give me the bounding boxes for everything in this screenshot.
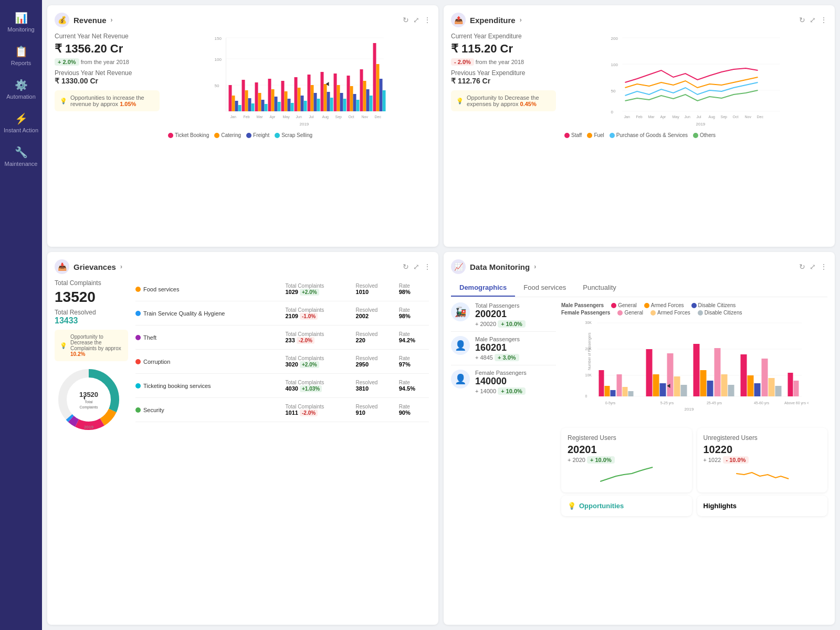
data-monitoring-expand-icon[interactable]: ⤢	[810, 262, 816, 271]
resolved-cell: Resolved 3810	[354, 377, 396, 394]
svg-rect-16	[255, 82, 258, 111]
tab-food-services[interactable]: Food services	[515, 279, 574, 297]
sidebar-label-monitoring: Monitoring	[7, 26, 34, 33]
svg-rect-118	[646, 349, 653, 396]
svg-text:Dec: Dec	[757, 115, 764, 119]
tab-demographics[interactable]: Demographics	[451, 279, 515, 297]
svg-rect-40	[334, 74, 337, 111]
unregistered-users-sparkline	[704, 463, 822, 484]
revenue-change: + 2.0% from the year 2018	[55, 59, 160, 65]
demographics-content: 🚂 Total Passengers 200201 + 20020 + 10.0…	[451, 302, 827, 516]
svg-rect-28	[295, 77, 298, 111]
grievances-header: 📥 Grievances › ↻ ⤢ ⋮	[55, 259, 431, 274]
revenue-prev-value: ₹ 1330.00 Cr	[55, 77, 160, 85]
expenditure-prev-value: ₹ 112.76 Cr	[451, 77, 556, 85]
svg-rect-128	[715, 348, 721, 396]
grievances-refresh-icon[interactable]: ↻	[403, 262, 409, 271]
passenger-stats: 🚂 Total Passengers 200201 + 20020 + 10.0…	[451, 302, 556, 516]
svg-text:2019: 2019	[300, 122, 309, 127]
svg-rect-26	[288, 99, 291, 111]
data-monitoring-title: 📈 Data Monitoring ›	[451, 259, 536, 274]
svg-rect-122	[674, 376, 680, 396]
female-passengers-label: Female Passengers	[475, 370, 527, 376]
grievances-table: Food services Total Complaints 1029 +2.0…	[133, 279, 431, 436]
data-monitoring-icon: 📈	[451, 259, 466, 274]
svg-rect-19	[265, 104, 268, 111]
svg-rect-52	[373, 43, 376, 111]
grievances-actions[interactable]: ↻ ⤢ ⋮	[403, 262, 431, 271]
female-passengers-change: + 14000 + 10.0%	[475, 388, 527, 394]
svg-text:Aug: Aug	[709, 115, 716, 119]
total-complaints-cell: Total Complaints 4030 +1.03%	[283, 377, 352, 394]
revenue-title: 💰 Revenue ›	[55, 13, 113, 27]
expenditure-change: - 2.0% from the year 2018	[451, 59, 556, 65]
grievances-content: Total Complaints 13520 Total Resolved 13…	[55, 279, 431, 436]
grievances-more-icon[interactable]: ⋮	[424, 262, 431, 271]
svg-text:Apr: Apr	[270, 115, 276, 119]
svg-rect-134	[762, 359, 768, 396]
resolved-cell: Resolved 2002	[354, 304, 396, 322]
svg-text:Jul: Jul	[697, 115, 701, 119]
expenditure-refresh-icon[interactable]: ↻	[799, 16, 805, 24]
svg-rect-29	[298, 88, 301, 111]
svg-rect-37	[324, 84, 327, 111]
svg-rect-42	[340, 93, 343, 111]
grievances-icon: 📥	[55, 259, 69, 274]
svg-rect-119	[653, 374, 659, 396]
svg-rect-46	[353, 94, 356, 111]
svg-text:Aug: Aug	[322, 115, 329, 119]
data-monitoring-more-icon[interactable]: ⋮	[820, 262, 827, 271]
sidebar-item-reports[interactable]: 📋 Reports	[0, 39, 42, 72]
svg-rect-10	[235, 101, 238, 111]
reports-icon: 📋	[15, 45, 28, 58]
rate-cell: Rate 90%	[397, 401, 430, 418]
expenditure-expand-icon[interactable]: ⤢	[810, 16, 816, 24]
revenue-more-icon[interactable]: ⋮	[424, 16, 431, 24]
expenditure-more-icon[interactable]: ⋮	[820, 16, 827, 24]
svg-rect-114	[611, 390, 616, 396]
male-passengers-pct: + 3.0%	[495, 354, 519, 361]
svg-text:May: May	[673, 115, 680, 119]
revenue-refresh-icon[interactable]: ↻	[403, 16, 409, 24]
svg-rect-51	[370, 96, 373, 111]
expenditure-actions[interactable]: ↻ ⤢ ⋮	[799, 16, 827, 24]
sidebar-item-monitoring[interactable]: 📊 Monitoring	[0, 5, 42, 39]
data-monitoring-actions[interactable]: ↻ ⤢ ⋮	[799, 262, 827, 271]
total-complaints-cell: Total Complaints 1029 +2.0%	[283, 280, 352, 298]
svg-rect-9	[232, 96, 235, 111]
sidebar-item-automation[interactable]: ⚙️ Automation	[0, 72, 42, 106]
revenue-expand-icon[interactable]: ⤢	[413, 16, 419, 24]
svg-text:5-25 yrs: 5-25 yrs	[660, 401, 674, 405]
expenditure-card: 📤 Expenditure › ↻ ⤢ ⋮ Current Year Expen…	[444, 5, 835, 247]
sidebar-item-instant-action[interactable]: ⚡ Instant Action	[0, 106, 42, 140]
svg-text:13520: 13520	[79, 391, 98, 398]
tab-punctuality[interactable]: Punctuality	[574, 279, 625, 297]
svg-rect-44	[347, 76, 350, 111]
expenditure-content: Current Year Expenditure ₹ 115.20 Cr - 2…	[451, 33, 827, 138]
svg-rect-130	[728, 385, 734, 396]
revenue-current-value: ₹ 1356.20 Cr	[55, 42, 160, 56]
chart-legend: Male Passengers General Armed Forces Dis…	[561, 302, 827, 316]
svg-rect-115	[617, 374, 622, 396]
revenue-opportunity: 💡 Opportunities to increase the revenue …	[55, 90, 160, 111]
svg-rect-13	[245, 90, 248, 111]
sidebar-item-maintenance[interactable]: 🔧 Maintenance	[0, 140, 42, 173]
svg-text:0-5yrs: 0-5yrs	[605, 401, 616, 405]
resolved-cell: Resolved 2950	[354, 353, 396, 370]
svg-text:2019: 2019	[696, 122, 706, 127]
svg-rect-48	[360, 69, 363, 111]
female-passengers-pct: + 10.0%	[498, 387, 526, 395]
data-monitoring-refresh-icon[interactable]: ↻	[799, 262, 805, 271]
female-passengers-icon: 👤	[451, 370, 470, 388]
expenditure-title: 📤 Expenditure ›	[451, 13, 522, 27]
svg-rect-43	[343, 99, 346, 111]
svg-rect-53	[376, 64, 380, 111]
grievances-card: 📥 Grievances › ↻ ⤢ ⋮ Total Complaints 13…	[47, 252, 438, 625]
svg-rect-39	[330, 98, 333, 111]
revenue-actions[interactable]: ↻ ⤢ ⋮	[403, 16, 431, 24]
resolved-cell: Resolved 1010	[354, 280, 396, 298]
male-passengers-value: 160201	[475, 342, 520, 353]
svg-rect-112	[599, 370, 604, 396]
grievances-expand-icon[interactable]: ⤢	[413, 262, 419, 271]
female-passengers-value: 140000	[475, 376, 527, 387]
